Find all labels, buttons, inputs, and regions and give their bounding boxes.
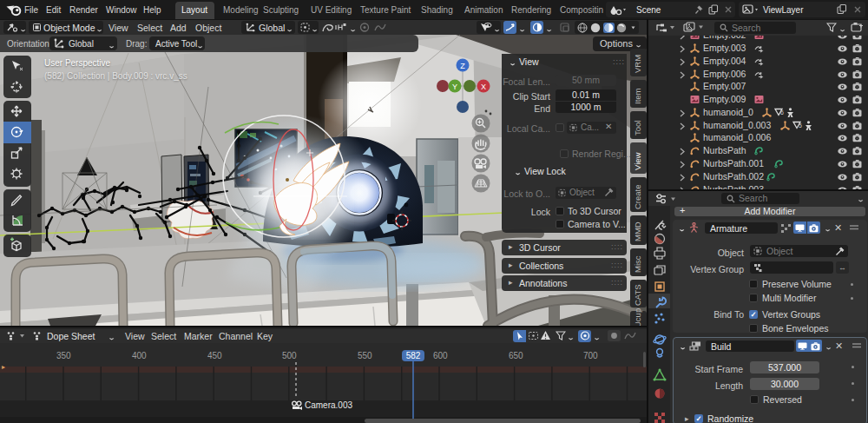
- svg-text:View: View: [633, 152, 642, 170]
- svg-text:Tool: Tool: [633, 121, 642, 135]
- svg-text:Z: Z: [460, 62, 465, 70]
- svg-text:X: X: [481, 83, 486, 91]
- svg-text:Create: Create: [633, 184, 642, 209]
- svg-text:Item: Item: [633, 88, 642, 104]
- svg-text:VRM: VRM: [633, 55, 642, 73]
- svg-text:MMD: MMD: [633, 221, 642, 241]
- svg-text:Y: Y: [452, 83, 457, 91]
- svg-text:CATS: CATS: [633, 284, 642, 306]
- svg-text:Ucup: Ucup: [633, 308, 642, 327]
- svg-text:Misc: Misc: [633, 255, 642, 273]
